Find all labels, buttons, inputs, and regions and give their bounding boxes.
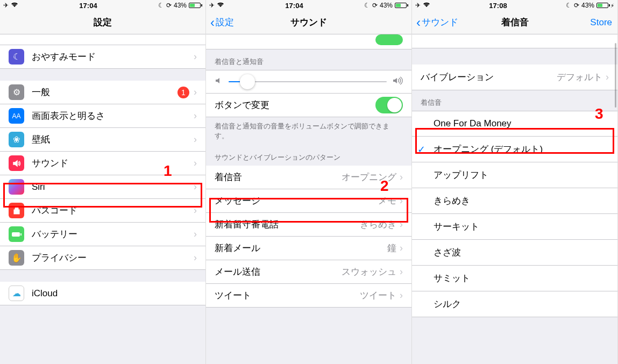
volume-slider[interactable] — [229, 81, 387, 82]
nav-title: 着信音 — [501, 16, 529, 28]
row-label: 着信音 — [215, 171, 342, 183]
ringtone-item[interactable]: ✓オープニング (デフォルト) — [412, 137, 617, 162]
ringtone-label: アップリフト — [434, 169, 609, 181]
row-detail: デフォルト — [557, 71, 602, 83]
settings-row-privacy[interactable]: ✋ プライバシー › — [0, 246, 205, 270]
scrollbar[interactable] — [615, 43, 616, 108]
row-label: Siri — [32, 182, 194, 192]
volume-slider-row[interactable] — [206, 70, 411, 94]
charging-icon: ⚡︎ — [610, 3, 614, 9]
settings-row-sounds[interactable]: サウンド › — [0, 152, 205, 175]
lock-icon: ⟳ — [166, 2, 172, 9]
tweet-row[interactable]: ツイート ツイート › — [206, 284, 411, 308]
ringtone-label: サーキット — [434, 220, 609, 233]
chevron-right-icon: › — [194, 110, 197, 122]
ringtone-item[interactable]: きらめき — [412, 188, 617, 214]
gear-icon: ⚙︎ — [9, 84, 24, 100]
row-detail: ツイート — [360, 289, 396, 302]
row-label: おやすみモード — [32, 51, 194, 63]
ringtone-item[interactable]: シルク — [412, 291, 617, 317]
sentmail-row[interactable]: メール送信 スウォッシュ › — [206, 260, 411, 284]
section-footer: 着信音と通知音の音量をボリュームボタンで調節できます。 — [206, 117, 411, 145]
status-bar: ✈︎ 17:04 ☾ ⟳ 43% — [206, 0, 411, 11]
settings-screen: ✈︎ 17:04 ☾ ⟳ 43% 設定 ☾ おやすみモード › ⚙︎ 一般 1 … — [0, 0, 206, 364]
chevron-right-icon: › — [606, 72, 609, 83]
settings-row-battery[interactable]: バッテリー › — [0, 223, 205, 246]
siri-icon — [9, 179, 24, 195]
ringtone-label: きらめき — [434, 195, 609, 207]
ringtone-item[interactable]: アップリフト — [412, 162, 617, 188]
row-label: 壁紙 — [32, 133, 194, 146]
battery-icon — [395, 3, 408, 8]
ringtone-item[interactable]: サミット — [412, 266, 617, 291]
svg-rect-0 — [12, 232, 20, 237]
button-change-row[interactable]: ボタンで変更 — [206, 94, 411, 117]
airplane-icon: ✈︎ — [209, 2, 215, 9]
chevron-right-icon: › — [194, 205, 197, 216]
battery-pct: 43% — [380, 2, 393, 9]
ringtone-item[interactable]: One For Da Money — [412, 111, 617, 137]
row-detail: オープニング — [342, 171, 396, 183]
row-label: ツイート — [215, 289, 360, 302]
settings-row-general[interactable]: ⚙︎ 一般 1 › — [0, 81, 205, 104]
section-header: 着信音と通知音 — [206, 49, 411, 70]
newmail-row[interactable]: 新着メール 鐘 › — [206, 237, 411, 260]
battery-pct: 43% — [581, 2, 594, 9]
sounds-screen: ✈︎ 17:04 ☾ ⟳ 43% ‹設定 サウンド 着信音と通知音 ボタンで変更… — [206, 0, 412, 364]
moon-icon: ☾ — [158, 2, 164, 9]
nav-bar: ‹サウンド 着信音 Store — [412, 11, 617, 34]
moon-icon: ☾ — [364, 2, 370, 9]
battery-icon — [189, 3, 202, 8]
chevron-right-icon: › — [400, 266, 403, 277]
settings-row-siri[interactable]: Siri › — [0, 175, 205, 199]
chevron-right-icon: › — [194, 51, 197, 62]
status-time: 17:04 — [285, 2, 303, 10]
row-label: iCloud — [32, 288, 197, 299]
airplane-icon: ✈︎ — [3, 2, 9, 9]
row-label: 新着メール — [215, 242, 387, 254]
nav-title: サウンド — [290, 16, 327, 28]
toggle-on[interactable] — [375, 97, 403, 113]
ringtone-item[interactable]: さざ波 — [412, 240, 617, 266]
ringtone-label: シルク — [434, 298, 609, 310]
row-detail: スウォッシュ — [342, 266, 396, 278]
settings-row-wallpaper[interactable]: ❀ 壁紙 › — [0, 128, 205, 152]
settings-row-display[interactable]: AA 画面表示と明るさ › — [0, 104, 205, 128]
row-label: バッテリー — [32, 228, 194, 240]
status-time: 17:04 — [79, 2, 97, 10]
chevron-right-icon: › — [400, 242, 403, 254]
row-label: プライバシー — [32, 252, 194, 264]
speaker-icon — [9, 155, 24, 171]
back-button[interactable]: ‹設定 — [210, 16, 234, 29]
status-time: 17:08 — [489, 2, 507, 10]
wifi-icon — [217, 2, 224, 9]
row-label: メッセージ — [215, 195, 378, 207]
chevron-left-icon: ‹ — [210, 16, 215, 29]
chevron-left-icon: ‹ — [416, 16, 421, 29]
settings-row-dnd[interactable]: ☾ おやすみモード › — [0, 45, 205, 69]
row-detail: 鐘 — [387, 242, 396, 254]
ringtone-label: さざ波 — [434, 246, 609, 259]
nav-title: 設定 — [94, 16, 112, 28]
moon-icon: ☾ — [9, 49, 24, 65]
lock-icon: ⟳ — [372, 2, 378, 9]
row-label: パスコード — [32, 204, 194, 217]
ringtone-row[interactable]: 着信音 オープニング › — [206, 166, 411, 189]
chevron-right-icon: › — [400, 219, 403, 230]
lock-icon — [9, 203, 24, 218]
message-row[interactable]: メッセージ メモ › — [206, 189, 411, 213]
settings-row-icloud[interactable]: ☁︎ iCloud — [0, 282, 205, 305]
ringtone-item[interactable]: サーキット — [412, 214, 617, 240]
ringtone-screen: ✈︎ 17:08 ☾ ⟳ 43% ⚡︎ ‹サウンド 着信音 Store バイブレ… — [412, 0, 618, 364]
nav-bar: 設定 — [0, 11, 205, 34]
vibration-row[interactable]: バイブレーション デフォルト › — [412, 65, 617, 90]
row-detail: きらめき — [360, 218, 396, 231]
row-label: バイブレーション — [421, 71, 557, 83]
store-button[interactable]: Store — [590, 17, 612, 28]
chevron-right-icon: › — [400, 290, 403, 301]
settings-row-passcode[interactable]: パスコード › — [0, 199, 205, 223]
back-button[interactable]: ‹サウンド — [416, 16, 458, 29]
voicemail-row[interactable]: 新着留守番電話 きらめき › — [206, 213, 411, 237]
checkmark-icon: ✓ — [417, 144, 430, 155]
chevron-right-icon: › — [194, 158, 197, 169]
